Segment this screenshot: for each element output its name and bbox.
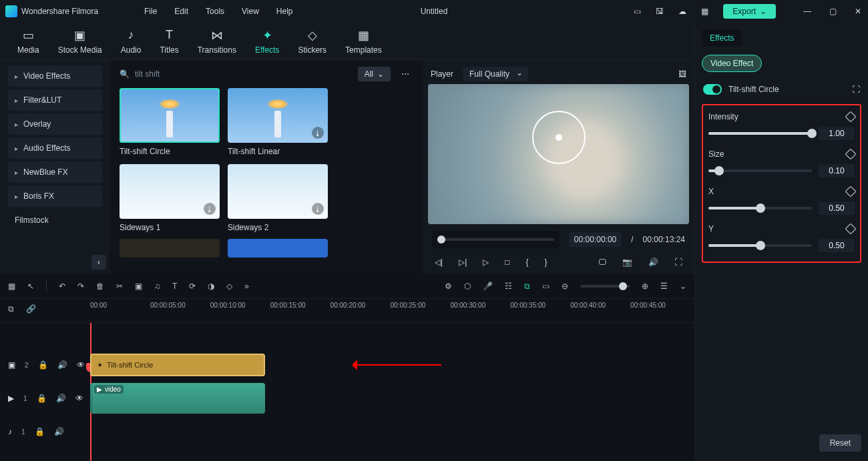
tilt-shift-center-handle[interactable] — [556, 134, 562, 141]
tab-media[interactable]: ▭Media — [8, 28, 49, 55]
effect-card-sideways-2[interactable]: ⭳ Sideways 2 — [228, 164, 328, 232]
marker-icon[interactable]: ▭ — [542, 282, 550, 291]
settings-gear-icon[interactable]: ⚙ — [445, 282, 452, 291]
apps-grid-icon[interactable]: ▦ — [701, 7, 708, 16]
redo-icon[interactable]: ↷ — [77, 282, 84, 291]
timeline-ruler[interactable]: ⧉ 🔗 00:00 00:00:05:00 00:00:10:00 00:00:… — [0, 299, 694, 323]
shield-icon[interactable]: ⬡ — [464, 282, 471, 291]
snapshot-icon[interactable]: 📷 — [622, 258, 632, 267]
track-lane-spacer[interactable] — [90, 323, 694, 348]
y-slider[interactable] — [708, 244, 812, 247]
menu-file[interactable]: File — [144, 7, 157, 16]
speed-icon[interactable]: ⟳ — [189, 282, 196, 291]
cursor-icon[interactable]: ↖ — [27, 282, 34, 291]
quality-dropdown[interactable]: Full Quality — [463, 67, 528, 81]
track-lane-audio[interactable] — [90, 415, 694, 448]
chevron-down-icon[interactable]: ⌄ — [680, 282, 686, 291]
undo-icon[interactable]: ↶ — [59, 282, 65, 291]
tab-audio[interactable]: ♪Audio — [112, 28, 151, 55]
track-lane-video[interactable]: ▶ video — [90, 382, 694, 415]
tab-stickers[interactable]: ◇Stickers — [288, 28, 336, 55]
stop-icon[interactable]: □ — [505, 258, 509, 267]
tab-stock-media[interactable]: ▣Stock Media — [49, 28, 112, 55]
sidebar-collapse-button[interactable]: ‹ — [91, 255, 106, 270]
menu-tools[interactable]: Tools — [206, 7, 224, 16]
lock-icon[interactable]: 🔒 — [37, 394, 47, 403]
tab-effects[interactable]: ✦Effects — [246, 28, 288, 55]
search-input[interactable]: 🔍 tilt shift — [120, 69, 351, 79]
effect-card-sideways-1[interactable]: ⭳ Sideways 1 — [120, 164, 220, 232]
more-icon[interactable]: » — [244, 282, 249, 291]
intensity-slider[interactable] — [708, 132, 812, 135]
tracks-icon[interactable]: ⧉ — [8, 304, 14, 314]
filter-dropdown[interactable]: All ⌄ — [358, 67, 391, 81]
keyframe-icon[interactable] — [845, 111, 857, 123]
zoom-out-icon[interactable]: ⊖ — [562, 282, 568, 291]
close-icon[interactable]: ✕ — [853, 7, 863, 16]
effect-card-partial[interactable] — [228, 239, 328, 258]
sidebar-item-video-effects[interactable]: ▸Video Effects — [8, 65, 102, 87]
keyframe-icon[interactable] — [845, 186, 857, 197]
x-slider[interactable] — [708, 207, 812, 209]
play-icon[interactable]: ▷ — [483, 258, 489, 267]
sidebar-item-overlay[interactable]: ▸Overlay — [8, 113, 102, 135]
keyframe-icon[interactable]: ◇ — [226, 282, 232, 291]
eye-icon[interactable]: 👁 — [77, 360, 85, 370]
x-value[interactable]: 0.50 — [819, 201, 855, 215]
video-effect-chip[interactable]: Video Effect — [702, 55, 762, 72]
lock-icon[interactable]: 🔒 — [35, 427, 45, 436]
mic-icon[interactable]: 🎤 — [483, 282, 493, 291]
effect-clip[interactable]: ✦ Tilt-shift Circle — [90, 354, 265, 376]
link-icon[interactable]: 🔗 — [26, 304, 36, 314]
track-lane-effect[interactable]: ✦ Tilt-shift Circle — [90, 348, 694, 382]
expand-icon[interactable]: ⛶ — [852, 85, 860, 94]
save-icon[interactable]: 🖫 — [656, 7, 664, 16]
sidebar-item-newblue-fx[interactable]: ▸NewBlue FX — [8, 161, 102, 183]
reset-button[interactable]: Reset — [819, 434, 861, 452]
menu-view[interactable]: View — [242, 7, 259, 16]
preview-canvas[interactable] — [428, 84, 689, 224]
seek-bar[interactable] — [432, 231, 560, 248]
size-value[interactable]: 0.10 — [819, 164, 855, 177]
layout-icon[interactable]: ☰ — [660, 282, 668, 291]
mute-icon[interactable]: 🔊 — [56, 394, 66, 403]
effect-card-partial[interactable] — [120, 239, 220, 258]
menu-help[interactable]: Help — [276, 7, 293, 16]
mute-icon[interactable]: 🔊 — [54, 427, 64, 436]
y-value[interactable]: 0.50 — [819, 239, 855, 252]
display-settings-icon[interactable]: 🖵 — [598, 258, 606, 267]
mute-icon[interactable]: 🔊 — [57, 360, 67, 370]
sidebar-item-audio-effects[interactable]: ▸Audio Effects — [8, 137, 102, 159]
delete-icon[interactable]: 🗑 — [96, 282, 104, 291]
sidebar-item-filmstock[interactable]: Filmstock — [8, 209, 102, 231]
crop-icon[interactable]: ▣ — [135, 282, 142, 291]
seek-track[interactable] — [437, 238, 554, 241]
minimize-icon[interactable]: — — [803, 7, 812, 16]
video-clip[interactable]: ▶ video — [90, 383, 265, 414]
seek-knob[interactable] — [437, 236, 445, 244]
keyframe-icon[interactable] — [845, 223, 857, 235]
prev-frame-icon[interactable]: ◁| — [435, 258, 443, 267]
music-icon[interactable]: ♫ — [154, 282, 160, 291]
eye-icon[interactable]: 👁 — [75, 394, 83, 403]
sidebar-item-boris-fx[interactable]: ▸Boris FX — [8, 185, 102, 207]
lock-icon[interactable]: 🔒 — [38, 360, 48, 370]
export-button[interactable]: Export ⌄ — [723, 4, 776, 19]
tab-titles[interactable]: TTitles — [150, 28, 188, 55]
mark-in-icon[interactable]: { — [526, 258, 529, 267]
more-options-button[interactable]: ⋯ — [397, 69, 413, 79]
adjust-icon[interactable]: ◑ — [208, 282, 214, 291]
track-effect-icon[interactable]: ▣ — [8, 360, 15, 370]
mark-out-icon[interactable]: } — [545, 258, 548, 267]
play-to-end-icon[interactable]: ▷| — [459, 258, 467, 267]
track-video-icon[interactable]: ▶ — [8, 394, 14, 403]
effect-enable-toggle[interactable] — [703, 84, 722, 95]
magnet-icon[interactable]: ⧉ — [524, 282, 530, 291]
volume-icon[interactable]: 🔊 — [648, 258, 658, 267]
screen-layout-icon[interactable]: ▭ — [634, 7, 641, 16]
text-icon[interactable]: T — [172, 282, 177, 291]
tab-transitions[interactable]: ⋈Transitions — [188, 28, 246, 55]
track-audio-icon[interactable]: ♪ — [8, 427, 12, 436]
menu-edit[interactable]: Edit — [174, 7, 188, 16]
sidebar-item-filter-lut[interactable]: ▸Filter&LUT — [8, 89, 102, 111]
